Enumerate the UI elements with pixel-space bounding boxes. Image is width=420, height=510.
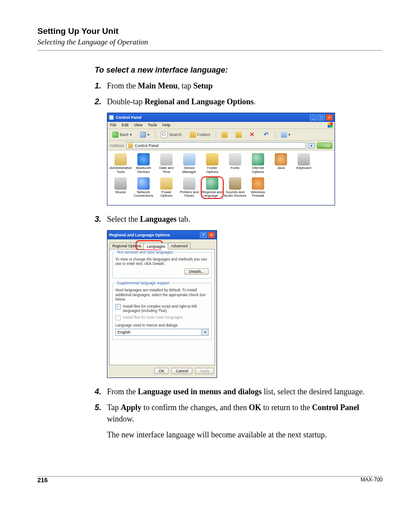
cp-firewall[interactable]: Windows Firewall — [247, 177, 269, 198]
cp-regional-language[interactable]: Regional and Language ... — [201, 177, 224, 198]
page-subheading: Selecting the Language of Operation — [37, 38, 383, 47]
checkbox-icon — [115, 315, 121, 320]
group-caption: Supplemental language support — [115, 281, 171, 285]
network-icon — [137, 177, 150, 190]
checkbox-east-asian[interactable]: Install files for East Asian languages — [115, 315, 209, 320]
cp-fonts[interactable]: Fonts — [224, 153, 247, 174]
highlight-ring — [201, 176, 224, 199]
combo-value: English — [116, 329, 202, 335]
cp-printers[interactable]: Printers and Faxes — [178, 177, 201, 198]
folder-options-icon — [206, 153, 218, 165]
delete-button[interactable]: ✕ — [247, 131, 258, 139]
page-heading: Setting Up Your Unit — [37, 26, 383, 36]
minimize-button[interactable]: _ — [310, 114, 317, 121]
menu-view[interactable]: View — [134, 123, 142, 127]
folder-icon — [128, 143, 133, 148]
help-button[interactable]: ? — [200, 232, 207, 238]
close-button[interactable]: × — [326, 114, 333, 121]
cp-device-manager[interactable]: Device Manager — [178, 153, 201, 174]
cp-bluetooth[interactable]: Bluetooth Devices — [132, 153, 155, 174]
views-icon — [281, 132, 287, 138]
move-to-button[interactable] — [219, 131, 230, 139]
dialog-titlebar: Regional and Language Options ? × — [107, 231, 217, 239]
cp-admin-tools[interactable]: Administrative Tools — [109, 153, 132, 174]
folders-icon — [190, 132, 196, 138]
group-supplemental: Supplemental language support Most langu… — [112, 283, 212, 340]
closing-paragraph: The new interface language will become a… — [107, 429, 383, 440]
cp-keyboard[interactable]: Keyboard — [292, 153, 315, 174]
window-title: Control Panel — [116, 115, 310, 120]
language-combo[interactable]: English ▾ — [115, 329, 209, 336]
step-3: 3. Select the Languages tab. — [95, 213, 383, 225]
group-text: To view or change the languages and meth… — [115, 257, 209, 266]
admin-tools-icon — [114, 153, 127, 165]
cp-folder-options[interactable]: Folder Options — [201, 153, 224, 174]
step-2: 2. Double-tap Regional and Language Opti… — [95, 96, 383, 107]
menu-tools[interactable]: Tools — [147, 123, 157, 127]
tab-regional-options[interactable]: Regional Options — [109, 242, 144, 249]
step-4: 4. From the Language used in menus and d… — [95, 386, 383, 397]
power-icon — [160, 177, 173, 190]
address-input[interactable]: Control Panel — [126, 142, 306, 149]
icon-area: Administrative Tools Bluetooth Devices D… — [107, 150, 335, 205]
dialog-title: Regional and Language Options — [109, 233, 200, 237]
date-time-icon — [160, 153, 173, 165]
chevron-down-icon: ▾ — [202, 329, 208, 335]
back-icon — [112, 132, 118, 138]
language-combo-label: Language used in menus and dialogs — [115, 323, 209, 327]
details-button[interactable]: Details... — [184, 268, 209, 275]
undo-button[interactable]: ↶ — [261, 131, 273, 139]
menu-help[interactable]: Help — [162, 123, 170, 127]
cp-java[interactable]: Java — [269, 153, 292, 174]
forward-icon — [140, 132, 146, 138]
device-manager-icon — [183, 153, 195, 165]
checkbox-complex-scripts[interactable]: Install files for complex script and rig… — [115, 304, 209, 313]
views-button[interactable]: ▾ — [278, 131, 293, 139]
search-icon — [161, 131, 168, 138]
step-number: 5. — [95, 402, 107, 425]
app-icon — [109, 115, 114, 120]
tab-advanced[interactable]: Advanced — [168, 242, 191, 249]
group-text: Most languages are installed by default.… — [115, 288, 209, 302]
java-icon — [275, 153, 287, 165]
cp-internet-options[interactable]: Internet Options — [247, 153, 269, 174]
address-label: Address — [110, 143, 124, 148]
cancel-button[interactable]: Cancel — [171, 368, 192, 374]
group-caption: Text services and input languages — [115, 250, 174, 254]
step-5: 5. Tap Apply to confirm the changes, and… — [95, 402, 383, 425]
cp-mouse[interactable]: Mouse — [109, 177, 132, 198]
page-footer: 216 MAX-700 — [37, 476, 383, 484]
header-rule — [37, 50, 383, 51]
back-button[interactable]: Back▾ — [110, 131, 135, 139]
group-text-services: Text services and input languages To vie… — [112, 252, 212, 279]
cp-power[interactable]: Power Options — [155, 177, 178, 198]
bluetooth-icon — [137, 153, 150, 165]
menu-bar: File Edit View Tools Help — [107, 122, 335, 129]
copy-to-button[interactable] — [233, 131, 244, 139]
internet-options-icon — [252, 153, 264, 165]
menu-file[interactable]: File — [110, 123, 117, 127]
address-dropdown[interactable]: ▾ — [308, 143, 315, 148]
ok-button[interactable]: OK — [154, 368, 169, 374]
mouse-icon — [114, 177, 127, 190]
close-button[interactable]: × — [208, 232, 215, 238]
tab-languages[interactable]: Languages — [144, 243, 168, 249]
page-number: 216 — [37, 477, 48, 484]
move-to-icon — [221, 132, 228, 138]
forward-button[interactable]: ▾ — [137, 131, 152, 139]
folders-button[interactable]: Folders — [187, 131, 213, 139]
maximize-button[interactable]: □ — [318, 114, 325, 121]
cp-date-time[interactable]: Date and Time — [155, 153, 178, 174]
apply-button[interactable]: Apply — [195, 368, 214, 374]
copy-to-icon — [236, 132, 242, 138]
search-button[interactable]: Search — [158, 130, 184, 139]
checkbox-icon — [115, 304, 121, 309]
windows-flag-icon — [328, 122, 333, 128]
toolbar: Back▾ ▾ Search Folders ✕ ↶ ▾ — [107, 129, 335, 141]
menu-edit[interactable]: Edit — [122, 123, 129, 127]
go-button[interactable]: → Go — [317, 143, 332, 149]
screenshot-control-panel: Control Panel _ □ × File Edit View Tools… — [107, 113, 335, 205]
cp-network[interactable]: Network Connections — [132, 177, 155, 198]
cp-sounds[interactable]: Sounds and Audio Devices — [224, 177, 247, 198]
step-1: 1. From the Main Menu, tap Setup — [95, 80, 383, 92]
